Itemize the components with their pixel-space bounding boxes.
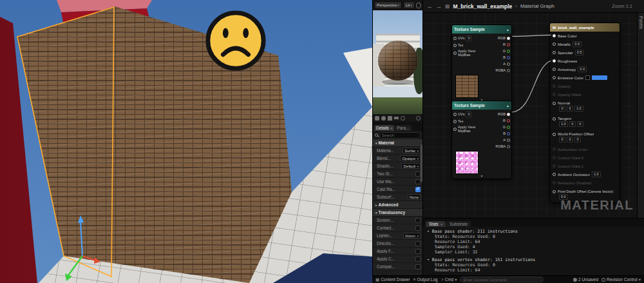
tab-substrate-label: Substrate [450, 222, 468, 226]
row-blend-mode: Blend... Opaque ▾ [373, 155, 422, 162]
preview-custom-mesh-icon[interactable] [401, 116, 405, 121]
row-use-material-attributes: Use Ma... [373, 178, 422, 186]
stats-line: Base pass vertex shader: 151 instruction… [427, 257, 640, 262]
preview-sphere [378, 41, 418, 81]
row-screen-space-reflections: Screen... [373, 217, 422, 224]
viewport-options-icon[interactable] [416, 3, 421, 8]
gizmo-z-axis[interactable] [80, 222, 82, 256]
palette-label: Palette [639, 13, 643, 29]
tab-parameters-label: Para... [397, 126, 409, 130]
row-material-domain: Materia... Surfac ▾ [373, 147, 422, 155]
viewport-overlay [0, 0, 372, 283]
cmd-button[interactable]: > Cmd ▾ [441, 277, 457, 282]
directional-lighting-checkbox[interactable] [415, 241, 421, 246]
middle-panel: Perspective ▾ Lit ▾ [372, 0, 422, 275]
lighting-mode-dropdown[interactable]: Volum ▾ [403, 233, 421, 239]
chevron-down-icon: ▾ [417, 164, 419, 168]
section-advanced[interactable]: ▸ Advanced [373, 201, 422, 209]
stats-line: Stats: Resources Used: 0 [427, 234, 640, 239]
lit-mode-button[interactable]: Lit ▾ [403, 1, 415, 9]
palette-tab[interactable]: Palette [637, 13, 644, 218]
close-icon[interactable]: × [390, 126, 393, 130]
graph-grid-icon: ▦ [445, 3, 450, 9]
chevron-down-icon: ▾ [410, 2, 412, 8]
tab-parameters[interactable]: Para... [395, 125, 411, 131]
preview-settings-icon[interactable] [416, 116, 421, 121]
stats-line: Base pass shader: 211 instructions [427, 229, 640, 234]
transform-gizmo[interactable] [65, 215, 100, 281]
console-command-input[interactable] [460, 277, 544, 282]
row-subsurface-profile: Subsurf... None [373, 193, 422, 201]
section-material-label: Material [379, 141, 395, 145]
revision-control-button[interactable]: Revision Control ▾ [601, 277, 641, 282]
row-shading-model: Shadin... Default ▾ [373, 162, 422, 170]
section-translucency[interactable]: ▾ Translucency [373, 209, 422, 217]
preview-shape-toolbar [373, 114, 422, 122]
stats-output: Base pass shader: 211 instructions Stats… [423, 227, 644, 275]
compatibility-checkbox[interactable] [415, 264, 421, 269]
breadcrumb-asset[interactable]: M_brick_wall_example [453, 3, 513, 10]
cast-shadows-checkbox[interactable] [415, 187, 421, 192]
details-search-row [373, 131, 422, 139]
perspective-button[interactable]: Perspective ▾ [374, 1, 402, 9]
subsurface-profile-picker[interactable]: None [408, 194, 421, 200]
tab-stats[interactable]: Stats × [426, 221, 446, 227]
screen-space-checkbox[interactable] [415, 218, 421, 223]
chevron-down-icon: ▾ [417, 149, 419, 153]
tab-stats-label: Stats [429, 222, 439, 226]
section-material[interactable]: ▾ Material [373, 139, 422, 147]
stats-line: Samplers Used: 4 [427, 244, 640, 249]
row-contact-shadows: Contact... [373, 224, 422, 232]
viewport-3d[interactable] [0, 0, 372, 283]
contact-shadows-checkbox[interactable] [415, 226, 421, 231]
row-apply-cloud-fogging: Apply C... [373, 255, 422, 263]
row-compatibility: Compat... [373, 263, 422, 271]
content-drawer-icon: ▦ [375, 277, 379, 282]
gizmo-x-arrowhead[interactable] [94, 257, 100, 264]
back-icon[interactable]: ← [427, 3, 433, 10]
preview-cube-icon[interactable] [388, 116, 392, 121]
row-two-sided: Two Si... [373, 170, 422, 178]
gizmo-x-axis[interactable] [82, 256, 95, 260]
blend-mode-dropdown[interactable]: Opaque ▾ [400, 155, 421, 161]
chevron-right-icon: ▸ [375, 203, 377, 207]
zoom-level: Zoom 1:1 [612, 3, 632, 9]
search-input[interactable] [379, 132, 421, 139]
material-preview-viewport[interactable] [373, 10, 422, 114]
selection-outline [17, 7, 114, 277]
tab-details[interactable]: Details × [374, 125, 394, 131]
row-cast-ray-traced-shadows: Cast Ra... [373, 186, 422, 193]
close-icon[interactable]: × [440, 222, 443, 226]
unsaved-indicator[interactable]: 2 Unsaved [573, 277, 598, 282]
status-bar: ▦ Content Drawer ≡ Output Log > Cmd ▾ 2 … [372, 275, 644, 283]
chevron-down-icon: ▾ [639, 277, 641, 282]
shading-model-dropdown[interactable]: Default ▾ [401, 163, 421, 169]
material-domain-dropdown[interactable]: Surfac ▾ [402, 148, 421, 153]
stats-line: Resource Limit: 64 [427, 239, 640, 244]
gizmo-z-arrowhead[interactable] [78, 215, 84, 223]
tab-details-label: Details [376, 126, 389, 130]
output-log-button[interactable]: ≡ Output Log [413, 277, 438, 282]
two-sided-checkbox[interactable] [415, 171, 421, 177]
content-drawer-button[interactable]: ▦ Content Drawer [375, 277, 410, 282]
unsaved-icon [573, 278, 577, 282]
preview-cylinder-icon[interactable] [375, 116, 379, 121]
graph-wires [423, 13, 644, 218]
graph-canvas[interactable]: Texture Sample ▲ UVs 0 Tex [423, 13, 644, 218]
stats-line: Sampler Limit: 32 [427, 249, 640, 255]
stats-line: Resource Limit: 64 [427, 268, 640, 273]
preview-plane-icon[interactable] [394, 117, 399, 119]
output-log-icon: ≡ [413, 277, 416, 282]
apply-cloud-checkbox[interactable] [415, 257, 421, 262]
row-apply-fogging: Apply F... [373, 248, 422, 255]
breadcrumb-separator: › [515, 3, 517, 9]
tab-substrate[interactable]: Substrate [446, 221, 471, 227]
forward-icon[interactable]: → [436, 3, 442, 10]
chevron-down-icon: ▾ [417, 234, 419, 238]
preview-sphere-icon[interactable] [381, 116, 386, 121]
row-directional-lighting: Directio... [373, 240, 422, 248]
unreal-editor-window: Perspective ▾ Lit ▾ [0, 0, 644, 283]
use-material-attributes-checkbox[interactable] [415, 179, 421, 184]
sad-face-icon [204, 9, 267, 72]
apply-fogging-checkbox[interactable] [415, 249, 421, 254]
